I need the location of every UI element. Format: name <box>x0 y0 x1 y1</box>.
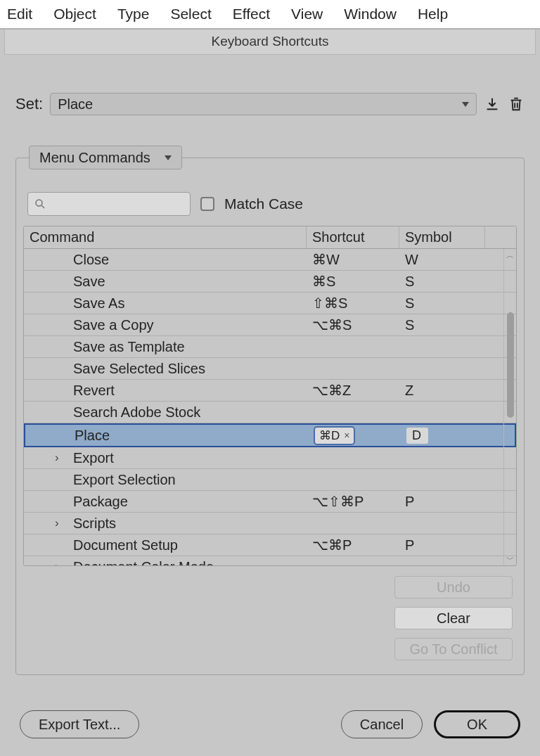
table-row[interactable]: Save a Copy⌥⌘SS <box>24 314 516 336</box>
table-row[interactable]: Save Selected Slices <box>24 358 516 380</box>
symbol-input[interactable]: D <box>406 428 428 444</box>
table-row[interactable]: ›Export <box>24 447 516 469</box>
command-cell: Package <box>24 491 307 512</box>
shortcut-input[interactable]: ⌘D× <box>314 426 355 445</box>
delete-set-icon[interactable] <box>508 96 525 113</box>
dialog-title: Keyboard Shortcuts <box>4 30 536 55</box>
table-row[interactable]: Save⌘SS <box>24 271 516 293</box>
expand-icon[interactable]: › <box>55 451 59 465</box>
menu-type[interactable]: Type <box>117 6 150 23</box>
table-row[interactable]: Package⌥⇧⌘PP <box>24 491 516 513</box>
undo-button: Undo <box>394 576 513 598</box>
match-case-label: Match Case <box>224 196 303 212</box>
shortcut-cell <box>307 358 399 379</box>
column-spacer <box>485 226 516 248</box>
command-cell: ›Export <box>24 447 307 468</box>
symbol-cell <box>399 513 485 534</box>
command-label: Export <box>73 450 114 466</box>
command-cell: Save As <box>24 293 307 314</box>
shortcut-cell <box>307 402 399 423</box>
symbol-cell: W <box>399 249 485 270</box>
column-shortcut[interactable]: Shortcut <box>307 226 399 248</box>
command-label: Scripts <box>73 515 116 532</box>
symbol-cell <box>399 336 485 357</box>
menu-help[interactable]: Help <box>418 6 448 23</box>
ok-button[interactable]: OK <box>434 710 520 738</box>
menu-view[interactable]: View <box>291 6 323 23</box>
shortcut-cell: ⌥⌘P <box>307 534 399 556</box>
column-symbol[interactable]: Symbol <box>399 226 485 248</box>
clear-button[interactable]: Clear <box>394 607 513 629</box>
category-dropdown[interactable]: Menu Commands <box>29 146 182 169</box>
shortcuts-table: Command Shortcut Symbol Close⌘WWSave⌘SSS… <box>23 226 517 566</box>
symbol-cell <box>399 358 485 379</box>
table-row[interactable]: Revert⌥⌘ZZ <box>24 380 516 402</box>
shortcut-cell: ⌥⌘S <box>307 314 399 335</box>
shortcut-cell: ⌥⇧⌘P <box>307 491 399 512</box>
scroll-down-icon[interactable]: ﹀ <box>504 553 516 565</box>
chevron-down-icon <box>462 102 469 107</box>
search-input[interactable] <box>27 192 191 216</box>
command-cell: Close <box>24 249 307 270</box>
table-row[interactable]: ›Scripts <box>24 513 516 534</box>
table-row[interactable]: ›Document Color Mode <box>24 556 516 565</box>
symbol-cell: D <box>401 425 487 446</box>
command-label: Package <box>73 494 128 510</box>
expand-icon[interactable]: › <box>55 516 59 530</box>
shortcut-cell <box>307 336 399 357</box>
shortcut-cell[interactable]: ⌘D× <box>308 425 401 446</box>
command-cell: Save Selected Slices <box>24 358 307 379</box>
save-set-icon[interactable] <box>484 96 501 113</box>
command-label: Document Setup <box>73 537 178 553</box>
menu-select[interactable]: Select <box>170 6 211 23</box>
menu-effect[interactable]: Effect <box>233 6 270 23</box>
expand-icon[interactable]: › <box>55 560 59 565</box>
symbol-cell <box>399 556 485 565</box>
command-cell: Save as Template <box>24 336 307 357</box>
clear-shortcut-icon[interactable]: × <box>344 430 349 441</box>
table-row[interactable]: Save as Template <box>24 336 516 358</box>
menu-window[interactable]: Window <box>344 6 397 23</box>
command-label: Save <box>73 274 105 290</box>
menu-edit[interactable]: Edit <box>7 6 32 23</box>
command-cell: Save <box>24 271 307 292</box>
match-case-checkbox[interactable] <box>200 197 214 211</box>
table-row[interactable]: Close⌘WW <box>24 249 516 271</box>
set-dropdown[interactable]: Place <box>50 93 477 115</box>
command-label: Export Selection <box>73 472 176 488</box>
shortcut-cell <box>307 447 399 468</box>
table-row[interactable]: Export Selection <box>24 469 516 491</box>
command-cell: Export Selection <box>24 469 307 490</box>
command-cell: Save a Copy <box>24 314 307 335</box>
command-cell: ›Scripts <box>24 513 307 534</box>
shortcut-cell: ⇧⌘S <box>307 293 399 314</box>
scroll-thumb[interactable] <box>507 312 514 418</box>
symbol-cell <box>399 402 485 423</box>
command-label: Save As <box>73 295 124 312</box>
symbol-cell: P <box>399 491 485 512</box>
column-command[interactable]: Command <box>24 226 307 248</box>
cancel-button[interactable]: Cancel <box>341 710 423 738</box>
command-label: Search Adobe Stock <box>73 404 200 421</box>
command-cell: Document Setup <box>24 534 307 556</box>
scroll-up-icon[interactable]: ︿ <box>504 249 516 262</box>
dialog: Keyboard Shortcuts Set: Place Menu Comma… <box>0 30 540 756</box>
search-icon <box>34 198 46 210</box>
symbol-cell: S <box>399 293 485 314</box>
command-cell: ›Document Color Mode <box>24 556 307 565</box>
command-label: Document Color Mode <box>73 559 214 566</box>
go-to-conflict-button: Go To Conflict <box>394 638 513 660</box>
export-text-button[interactable]: Export Text... <box>20 710 139 738</box>
menu-object[interactable]: Object <box>53 6 96 23</box>
chevron-down-icon <box>165 155 172 160</box>
scrollbar[interactable]: ︿ ﹀ <box>503 249 516 565</box>
symbol-cell: S <box>399 271 485 292</box>
symbol-cell: P <box>399 534 485 556</box>
table-row[interactable]: Save As⇧⌘SS <box>24 293 516 314</box>
table-row[interactable]: Document Setup⌥⌘PP <box>24 534 516 556</box>
symbol-cell <box>399 447 485 468</box>
table-row[interactable]: Search Adobe Stock <box>24 402 516 423</box>
command-label: Place <box>75 428 110 444</box>
app-menubar: Edit Object Type Select Effect View Wind… <box>0 0 540 30</box>
table-row[interactable]: Place⌘D×D <box>24 423 516 447</box>
